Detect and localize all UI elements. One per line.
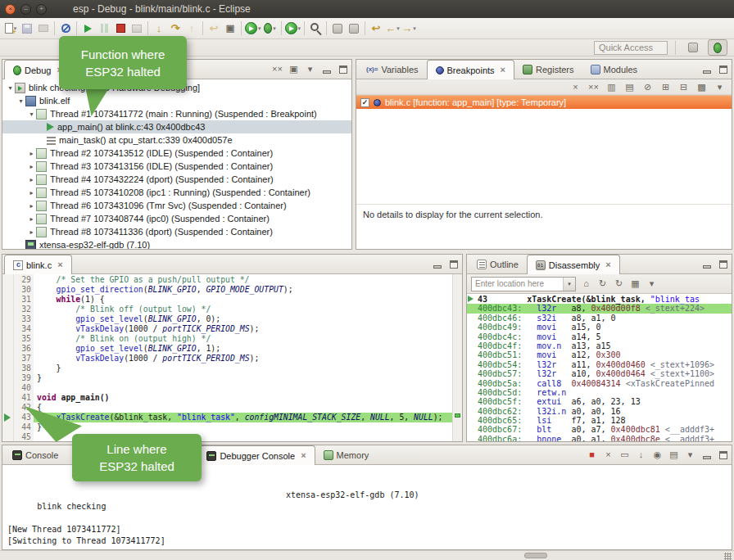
suspend-button[interactable] <box>96 20 112 38</box>
expand-arrow-icon[interactable]: ▸ <box>27 189 36 196</box>
show-breakpoints-supported-button[interactable]: ▥ <box>606 80 617 93</box>
breakpoint-checkbox[interactable]: ✓ <box>360 98 369 107</box>
disconnect-button[interactable] <box>129 20 145 38</box>
expand-arrow-icon[interactable]: ▸ <box>27 163 36 170</box>
maximize-view-button[interactable] <box>718 258 728 271</box>
minimize-button[interactable]: – <box>20 4 31 15</box>
remove-selected-button[interactable]: × <box>570 80 581 93</box>
step-into-button[interactable]: ↓ <box>151 20 167 38</box>
debug-tree-item[interactable]: ▸Thread #3 1073413156 (IDLE) (Suspended … <box>2 160 351 173</box>
close-tab-button[interactable]: × <box>605 260 610 269</box>
minimize-view-button[interactable] <box>321 63 332 76</box>
sync-selection-button[interactable]: ↻ <box>614 278 624 291</box>
minimize-view-button[interactable] <box>432 258 442 271</box>
debug-tree-item[interactable]: ▾blink.elf <box>2 94 351 107</box>
debug-tree-item[interactable]: ▸Thread #8 1073411336 (dport) (Suspended… <box>2 225 351 238</box>
view-menu-button[interactable]: ▾ <box>646 278 657 291</box>
skip-all-breakpoints-button[interactable]: ⊘ <box>642 80 653 93</box>
collapse-arrow-icon[interactable]: ▾ <box>27 111 36 118</box>
drop-to-frame-button[interactable]: ↩ <box>206 20 222 38</box>
tab-disassembly[interactable]: Disassembly× <box>527 255 620 274</box>
forward-button[interactable]: →▾ <box>401 20 417 38</box>
debug-tree-item[interactable]: ▸Thread #4 1073432224 (dport) (Suspended… <box>2 173 351 186</box>
minimize-view-button[interactable] <box>701 449 712 462</box>
tab-modules[interactable]: Modules <box>582 60 646 79</box>
pin-console-button[interactable]: ◉ <box>652 449 663 462</box>
expand-arrow-icon[interactable]: ▸ <box>27 150 36 157</box>
collapse-arrow-icon[interactable]: ▾ <box>16 97 25 105</box>
quick-access-field[interactable]: Quick Access <box>594 41 668 55</box>
refresh-button[interactable]: ↻ <box>597 278 608 291</box>
search-button[interactable] <box>307 20 324 38</box>
resume-button[interactable] <box>79 20 96 38</box>
terminate-button[interactable]: ■ <box>587 449 597 462</box>
view-menu-button[interactable]: ▾ <box>714 80 725 93</box>
tab-registers[interactable]: Registers <box>514 60 582 79</box>
maximize-view-button[interactable] <box>338 63 348 76</box>
save-button[interactable] <box>19 20 35 38</box>
close-button[interactable]: × <box>5 4 16 15</box>
code-area[interactable]: /* Set the GPIO as a push/pull output */… <box>34 274 452 441</box>
terminate-button[interactable] <box>112 20 129 38</box>
last-edit-location-button[interactable]: ↩ <box>368 20 384 38</box>
maximize-button[interactable]: + <box>36 4 47 15</box>
print-button[interactable] <box>35 20 52 38</box>
open-perspective-button[interactable] <box>683 39 703 56</box>
go-to-file-button[interactable]: ▤ <box>624 80 635 93</box>
debug-perspective-button[interactable] <box>708 39 727 56</box>
tab-memory[interactable]: Memory <box>315 445 378 464</box>
debug-tree-item[interactable]: ▾Thread #1 1073411772 (main : Running) (… <box>2 107 351 120</box>
step-return-button[interactable]: ↑ <box>184 20 200 38</box>
expand-arrow-icon[interactable]: ▸ <box>27 202 36 210</box>
tab-debugger-console[interactable]: Debugger Console× <box>197 445 315 465</box>
overview-ruler[interactable] <box>452 274 462 441</box>
collapse-arrow-icon[interactable]: ▾ <box>6 84 15 92</box>
expand-arrow-icon[interactable]: ▸ <box>27 215 36 223</box>
minimize-view-button[interactable] <box>701 63 712 76</box>
annotation-ruler[interactable] <box>2 274 14 441</box>
skip-all-breakpoints-button[interactable] <box>57 20 74 38</box>
tab-console[interactable]: Console <box>4 445 66 464</box>
instruction-stepping-mode-button[interactable]: ▣ <box>288 63 299 76</box>
tab-breakpoints[interactable]: Breakpoints× <box>427 60 515 79</box>
instruction-stepping-button[interactable]: ▣ <box>222 20 238 38</box>
remove-all-terminated-button[interactable]: ×× <box>272 63 283 76</box>
scrollbar-thumb[interactable] <box>524 553 547 558</box>
step-over-button[interactable]: ↷ <box>167 20 184 38</box>
location-input[interactable] <box>472 279 563 288</box>
debug-tree-item[interactable]: ▸Thread #5 1073410208 (ipc1 : Running) (… <box>2 186 351 199</box>
remove-all-button[interactable]: ×× <box>588 80 599 93</box>
disassembly-listing[interactable]: 43 xTaskCreate(&blink_task, "blink_tas40… <box>467 294 732 441</box>
maximize-view-button[interactable] <box>718 449 728 462</box>
minimize-view-button[interactable] <box>701 258 712 271</box>
run-button[interactable]: ▾ <box>244 20 262 38</box>
location-combo[interactable]: ▾ <box>471 277 576 291</box>
tab-variables[interactable]: (x)=Variables <box>358 60 427 79</box>
external-tools-button[interactable]: ▾ <box>284 20 302 38</box>
horizontal-scrollbar[interactable] <box>0 550 734 560</box>
maximize-view-button[interactable] <box>448 258 459 271</box>
resize-grip[interactable] <box>724 553 732 560</box>
maximize-view-button[interactable] <box>718 63 728 76</box>
debug-tree-item[interactable]: ▸Thread #7 1073408744 (ipc0) (Suspended … <box>2 212 351 225</box>
scroll-lock-button[interactable]: ↓ <box>636 449 646 462</box>
new-button[interactable]: ▾ <box>2 20 19 38</box>
open-console-button[interactable]: ▤ <box>668 449 679 462</box>
debug-tree-item[interactable]: ▸Thread #6 1073431096 (Tmr Svc) (Suspend… <box>2 199 351 212</box>
close-tab-button[interactable]: × <box>301 451 306 460</box>
show-opcodes-button[interactable]: ▦ <box>630 278 641 291</box>
remove-launch-button[interactable]: × <box>603 449 614 462</box>
link-with-debug-view-button[interactable]: ▩ <box>696 80 707 93</box>
debug-tree-item[interactable]: ▸Thread #2 1073413512 (IDLE) (Suspended … <box>2 147 351 160</box>
view-menu-button[interactable]: ▾ <box>685 449 695 462</box>
combo-dropdown-icon[interactable]: ▾ <box>563 278 575 291</box>
debug-tree-item[interactable]: main_task() at cpu_start.c:339 0x400d057… <box>2 133 351 147</box>
tab-blink-c[interactable]: blink.c× <box>4 255 72 274</box>
tab-outline[interactable]: Outline <box>469 255 527 273</box>
collapse-all-button[interactable]: ⊟ <box>678 80 689 93</box>
clear-console-button[interactable]: ▭ <box>619 449 630 462</box>
open-element-button[interactable] <box>329 20 346 38</box>
view-menu-button[interactable]: ▾ <box>305 63 315 76</box>
expand-arrow-icon[interactable]: ▸ <box>27 228 36 236</box>
debug-button[interactable]: ▾ <box>262 20 279 38</box>
